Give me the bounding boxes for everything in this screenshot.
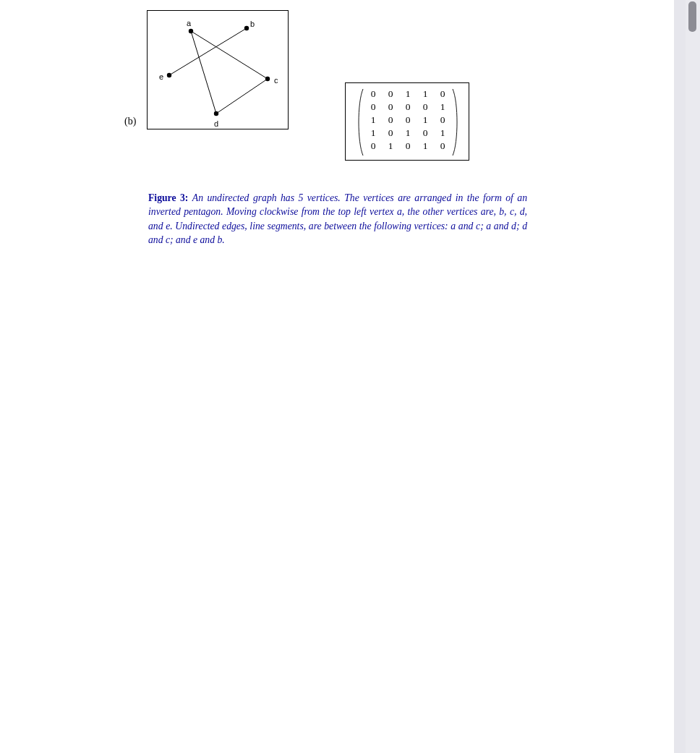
subfigure-label: (b) bbox=[124, 116, 136, 127]
matrix-cell: 1 bbox=[364, 127, 382, 140]
graph-vertex-label: b bbox=[250, 20, 255, 28]
scrollbar-thumb[interactable] bbox=[688, 1, 696, 32]
graph-vertex-label: e bbox=[159, 72, 163, 81]
graph-figure-box: abcde bbox=[147, 10, 289, 129]
matrix-cell: 0 bbox=[434, 88, 451, 101]
matrix-row: 10010 bbox=[364, 114, 451, 127]
graph-edge bbox=[216, 79, 268, 114]
matrix-cell: 0 bbox=[417, 101, 434, 114]
adjacency-matrix-box: 0011000001100101010101010 bbox=[345, 82, 469, 161]
graph-vertex-label: d bbox=[214, 119, 218, 128]
graph-vertex bbox=[214, 111, 218, 116]
matrix-cell: 0 bbox=[417, 127, 434, 140]
graph-vertex-label: c bbox=[274, 76, 278, 85]
scrollbar-track[interactable] bbox=[686, 0, 700, 753]
adjacency-matrix: 0011000001100101010101010 bbox=[364, 88, 451, 153]
matrix-row: 10101 bbox=[364, 127, 451, 140]
graph-vertex-label: a bbox=[187, 19, 191, 27]
matrix-cell: 1 bbox=[417, 140, 434, 153]
matrix-row: 00001 bbox=[364, 101, 451, 114]
matrix-row: 00110 bbox=[364, 88, 451, 101]
graph-edge bbox=[169, 28, 247, 75]
graph-vertex bbox=[167, 73, 171, 77]
matrix-cell: 1 bbox=[417, 114, 434, 127]
graph-svg bbox=[148, 11, 289, 130]
matrix-cell: 1 bbox=[399, 88, 417, 101]
graph-edge bbox=[191, 31, 216, 114]
matrix-cell: 0 bbox=[434, 114, 451, 127]
matrix-row: 01010 bbox=[364, 140, 451, 153]
figure-caption: Figure 3: An undirected graph has 5 vert… bbox=[148, 191, 527, 247]
matrix-inner: 0011000001100101010101010 bbox=[364, 88, 451, 157]
matrix-cell: 0 bbox=[399, 140, 417, 153]
matrix-cell: 0 bbox=[382, 114, 399, 127]
matrix-cell: 0 bbox=[382, 127, 399, 140]
matrix-cell: 0 bbox=[364, 88, 382, 101]
matrix-cell: 1 bbox=[417, 88, 434, 101]
matrix-cell: 0 bbox=[399, 114, 417, 127]
matrix-cell: 0 bbox=[434, 140, 451, 153]
matrix-cell: 1 bbox=[364, 114, 382, 127]
matrix-cell: 0 bbox=[399, 101, 417, 114]
matrix-cell: 0 bbox=[364, 101, 382, 114]
graph-vertex bbox=[265, 77, 270, 81]
matrix-cell: 1 bbox=[382, 140, 399, 153]
matrix-cell: 0 bbox=[382, 101, 399, 114]
matrix-right-paren bbox=[451, 88, 460, 156]
graph-vertex bbox=[189, 29, 193, 33]
document-page: (b) abcde 0011000001100101010101010 Figu… bbox=[0, 0, 674, 753]
matrix-cell: 1 bbox=[434, 127, 451, 140]
matrix-cell: 0 bbox=[364, 140, 382, 153]
graph-vertex bbox=[244, 26, 249, 30]
page-content: (b) abcde 0011000001100101010101010 Figu… bbox=[0, 0, 674, 753]
figure-caption-label: Figure 3: bbox=[148, 192, 188, 203]
matrix-cell: 1 bbox=[399, 127, 417, 140]
matrix-left-paren bbox=[356, 88, 364, 156]
figure-caption-text: An undirected graph has 5 vertices. The … bbox=[148, 192, 527, 245]
matrix-cell: 0 bbox=[382, 88, 399, 101]
matrix-cell: 1 bbox=[434, 101, 451, 114]
